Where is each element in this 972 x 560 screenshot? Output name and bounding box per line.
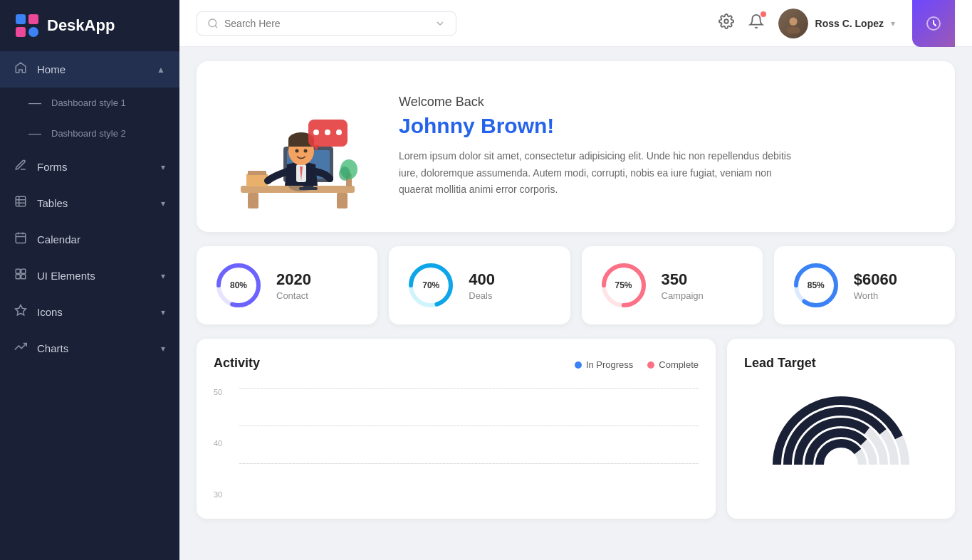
sidebar-item-calendar[interactable]: Calendar [0,221,179,258]
user-chevron: ▾ [891,19,895,28]
sidebar-item-charts[interactable]: Charts ▾ [0,330,179,366]
bottom-row: Activity In Progress Complete [197,339,955,519]
stat-label-worth: Worth [854,290,897,301]
sidebar-icons-label: Icons [37,306,151,318]
svg-rect-4 [16,196,26,206]
calendar-icon [14,231,27,248]
stat-label-contact: Contact [276,290,311,301]
logo-icon [14,13,40,38]
forms-icon [14,159,27,175]
y-axis: 30 40 50 [214,388,234,502]
forms-arrow: ▾ [161,162,165,172]
header-corner-decoration [912,0,955,47]
avatar [778,9,808,38]
sidebar-item-tables[interactable]: Tables ▾ [0,185,179,221]
search-icon [207,18,219,29]
stat-value-contact: 2020 [276,270,311,289]
stat-value-campaign: 350 [662,270,704,289]
sidebar-home-label: Home [37,63,147,75]
sidebar-item-dashboard-style-2[interactable]: — Dashboard style 2 [0,118,179,149]
legend-dot-progress [575,361,582,369]
sidebar-forms-label: Forms [37,161,151,173]
charts-arrow: ▾ [161,344,165,354]
bars-area [239,388,699,502]
svg-rect-1 [16,27,26,37]
svg-rect-6 [16,269,20,273]
tables-icon [14,195,27,211]
svg-point-3 [28,27,38,37]
user-name: Ross C. Lopez [815,18,884,29]
svg-rect-25 [248,171,266,175]
search-down-icon [434,18,446,29]
stat-label-campaign: Campaign [662,290,704,301]
sidebar-item-dashboard-style-1[interactable]: — Dashboard style 1 [0,88,179,118]
icons-icon [14,304,27,320]
stat-card-worth: 85% $6060 Worth [774,246,955,324]
legend-complete: Complete [647,359,699,370]
tables-arrow: ▾ [161,199,165,208]
welcome-text: Welcome Back Johnny Brown! Lorem ipsum d… [399,95,798,199]
svg-point-38 [313,130,319,135]
settings-icon [718,14,734,29]
header: Ross C. Lopez ▾ [179,0,972,47]
stat-info-contact: 2020 Contact [276,270,311,301]
svg-point-14 [789,17,797,25]
welcome-greeting: Welcome Back [399,95,798,110]
person-illustration [219,83,376,211]
stat-info-campaign: 350 Campaign [662,270,704,301]
svg-rect-5 [16,233,26,243]
legend-label-progress: In Progress [586,359,633,370]
stat-card-deals: 70% 400 Deals [389,246,570,324]
svg-rect-0 [16,14,26,24]
bars-group [239,388,699,502]
dashboard-style-1-label: Dashboard style 1 [51,97,126,108]
app-name: DeskApp [47,16,115,35]
y-label-1: 40 [214,439,234,448]
lead-donut [744,379,938,486]
donut-contact: 80% [214,260,263,310]
welcome-name: Johnny Brown! [399,114,798,138]
svg-point-15 [786,26,800,33]
icons-arrow: ▾ [161,307,165,317]
svg-rect-19 [337,193,347,208]
svg-rect-18 [248,193,258,208]
legend-label-complete: Complete [659,359,699,370]
search-box[interactable] [197,11,456,36]
svg-point-35 [296,149,299,153]
stat-info-worth: $6060 Worth [854,270,897,301]
sidebar-calendar-label: Calendar [37,233,165,245]
search-input[interactable] [224,18,429,29]
sidebar-item-ui-elements[interactable]: UI Elements ▾ [0,258,179,294]
svg-point-36 [304,149,308,153]
donut-label-deals: 70% [422,280,439,290]
chart-legend: In Progress Complete [575,359,699,370]
svg-rect-7 [21,269,26,273]
sidebar-item-icons[interactable]: Icons ▾ [0,294,179,330]
sidebar-item-forms[interactable]: Forms ▾ [0,149,179,185]
user-menu[interactable]: Ross C. Lopez ▾ [778,9,895,38]
charts-icon [14,340,27,356]
donut-label-contact: 80% [230,280,247,290]
header-icons: Ross C. Lopez ▾ [718,9,895,38]
notification-button[interactable] [748,14,764,33]
stat-value-worth: $6060 [854,270,897,289]
stat-card-contact: 80% 2020 Contact [197,246,377,324]
svg-marker-10 [16,305,26,315]
sidebar-charts-label: Charts [37,342,151,354]
svg-rect-2 [28,14,38,24]
welcome-body: Lorem ipsum dolor sit amet, consectetur … [399,148,798,199]
svg-line-12 [215,26,217,28]
user-avatar-img [783,14,803,33]
bar-chart-container: 30 40 50 [214,388,699,502]
svg-rect-8 [16,275,20,279]
sidebar-logo[interactable]: DeskApp [0,0,179,51]
ui-arrow: ▾ [161,271,165,281]
welcome-card: Welcome Back Johnny Brown! Lorem ipsum d… [197,61,955,232]
welcome-illustration [219,83,376,211]
activity-card: Activity In Progress Complete [197,339,716,519]
settings-button[interactable] [718,14,734,33]
stat-value-deals: 400 [469,270,495,289]
sidebar-item-home[interactable]: Home ▲ [0,51,179,88]
lead-target-card: Lead Target [727,339,955,519]
donut-campaign: 75% [599,260,649,310]
